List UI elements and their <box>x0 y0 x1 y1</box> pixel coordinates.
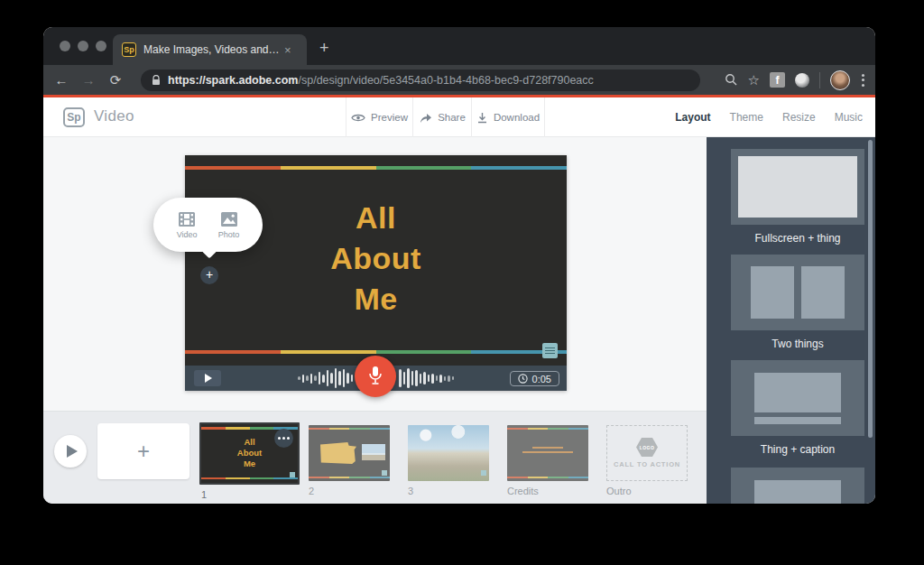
add-video-option[interactable]: Video <box>177 211 198 239</box>
playback-bar: 0:05 <box>185 366 567 391</box>
layout-label: Fullscreen + thing <box>731 232 864 245</box>
tab-resize[interactable]: Resize <box>782 111 816 124</box>
share-arrow-icon <box>419 112 432 124</box>
add-photo-option[interactable]: Photo <box>218 211 240 239</box>
sidebar-scrollbar[interactable] <box>868 140 873 438</box>
layout-label: Two things <box>731 338 864 350</box>
layout-preview <box>731 468 864 504</box>
browser-menu-icon[interactable] <box>860 72 866 88</box>
duration-badge: 0:05 <box>510 371 559 386</box>
app-content: All About Me <box>43 137 875 504</box>
zoom-window-button[interactable] <box>96 41 106 51</box>
toolbar-separator <box>819 72 820 88</box>
preview-button[interactable]: Preview <box>346 97 412 137</box>
desktop-background: Sp Make Images, Videos and Web × + ← → ⟳… <box>0 0 924 565</box>
layout-option-two-things[interactable]: Two things <box>731 255 864 350</box>
layout-label: Thing + caption <box>731 443 864 456</box>
slide-label: Outro <box>606 486 632 496</box>
layout-preview <box>731 149 864 225</box>
lock-icon <box>152 75 161 86</box>
close-window-button[interactable] <box>60 41 70 51</box>
slide-timeline: + All About Me 1 <box>43 411 707 504</box>
slide-thumbnail-2[interactable] <box>309 425 390 481</box>
slide-label: 3 <box>408 486 413 496</box>
url-path: /sp/design/video/5e3454a0-b1b4-4b68-bec9… <box>298 74 593 87</box>
slide-label: 1 <box>201 489 207 500</box>
address-bar[interactable]: https://spark.adobe.com/sp/design/video/… <box>141 69 700 91</box>
spark-logo[interactable]: Sp <box>63 107 85 127</box>
toolbar-right: ☆ f <box>725 65 866 95</box>
minimize-window-button[interactable] <box>78 41 88 51</box>
tab-music[interactable]: Music <box>835 111 863 124</box>
forward-icon: → <box>79 72 97 88</box>
reload-icon[interactable]: ⟳ <box>106 72 125 88</box>
video-film-icon <box>178 211 196 227</box>
add-media-button[interactable]: + <box>200 266 218 284</box>
download-button[interactable]: Download <box>471 97 545 137</box>
clock-icon <box>518 374 528 384</box>
tab-layout[interactable]: Layout <box>675 111 710 124</box>
slide-label: Credits <box>507 486 539 496</box>
watermark-badge <box>542 343 558 358</box>
play-icon <box>205 374 212 383</box>
main-area: All About Me <box>43 137 707 504</box>
mini-strip <box>201 477 298 480</box>
share-button[interactable]: Share <box>412 97 471 137</box>
new-tab-button[interactable]: + <box>319 40 329 56</box>
browser-tab-bar: Sp Make Images, Videos and Web × + <box>43 27 875 65</box>
slide-thumbnail-credits[interactable] <box>507 425 588 481</box>
browser-tab[interactable]: Sp Make Images, Videos and Web × <box>113 34 307 65</box>
slide-title-text[interactable]: All About Me <box>185 155 567 366</box>
layout-panel: Fullscreen + thing Two things Thing + ca… <box>707 137 875 504</box>
slide-label: 2 <box>309 486 314 496</box>
layout-option-fullscreen[interactable]: Fullscreen + thing <box>731 149 864 245</box>
record-mic-button[interactable] <box>355 356 396 397</box>
timeline-play-button[interactable] <box>54 435 87 468</box>
thumbnail-photo <box>362 444 385 460</box>
play-icon <box>67 445 78 458</box>
credits-text-lines <box>507 447 588 453</box>
state-shape-graphic <box>320 442 356 464</box>
add-media-popover: Video Photo <box>153 198 263 252</box>
extension-icon[interactable] <box>795 73 809 88</box>
mini-watermark <box>382 470 387 476</box>
play-button[interactable] <box>194 370 221 386</box>
microphone-icon <box>367 366 383 387</box>
mini-strip <box>507 477 588 478</box>
mini-watermark <box>290 472 295 477</box>
layout-preview <box>731 360 864 436</box>
slide-thumbnail-3[interactable] <box>408 425 489 481</box>
eye-icon <box>351 113 365 123</box>
app-name: Video <box>94 107 134 125</box>
slide-options-button[interactable] <box>274 429 293 448</box>
bookmark-star-icon[interactable]: ☆ <box>748 72 760 88</box>
panel-nav-tabs: Layout Theme Resize Music <box>675 97 866 137</box>
mini-watermark <box>481 470 486 476</box>
slide-thumbnail-outro[interactable]: LOGO CALL TO ACTION <box>606 425 688 481</box>
back-icon[interactable]: ← <box>52 72 70 88</box>
zoom-icon[interactable] <box>725 73 738 87</box>
browser-window: Sp Make Images, Videos and Web × + ← → ⟳… <box>43 27 875 504</box>
slide-thumbnail-1[interactable]: All About Me <box>199 422 300 485</box>
mini-strip <box>309 428 390 430</box>
close-tab-icon[interactable]: × <box>284 44 291 56</box>
slide-preview[interactable]: All About Me <box>185 155 567 391</box>
download-icon <box>476 112 488 124</box>
tab-theme[interactable]: Theme <box>730 111 763 124</box>
window-controls <box>60 41 106 51</box>
url-host: https://spark.adobe.com <box>168 74 298 87</box>
spark-app-header: Sp Video Preview Share Download Layout T… <box>43 97 875 137</box>
facebook-extension-icon[interactable]: f <box>770 72 785 88</box>
tab-title: Make Images, Videos and Web <box>143 43 281 56</box>
profile-avatar[interactable] <box>830 70 850 90</box>
layout-option-partial[interactable] <box>731 468 864 504</box>
logo-badge: LOGO <box>636 438 658 457</box>
editor-canvas: All About Me <box>43 137 707 411</box>
layout-option-thing-caption[interactable]: Thing + caption <box>731 360 864 456</box>
add-slide-button[interactable]: + <box>97 423 189 479</box>
slide-stage[interactable]: All About Me <box>185 155 567 366</box>
spark-favicon: Sp <box>122 42 136 57</box>
mini-strip <box>309 477 390 478</box>
photo-icon <box>220 211 238 227</box>
browser-toolbar: ← → ⟳ https://spark.adobe.com/sp/design/… <box>43 65 875 95</box>
